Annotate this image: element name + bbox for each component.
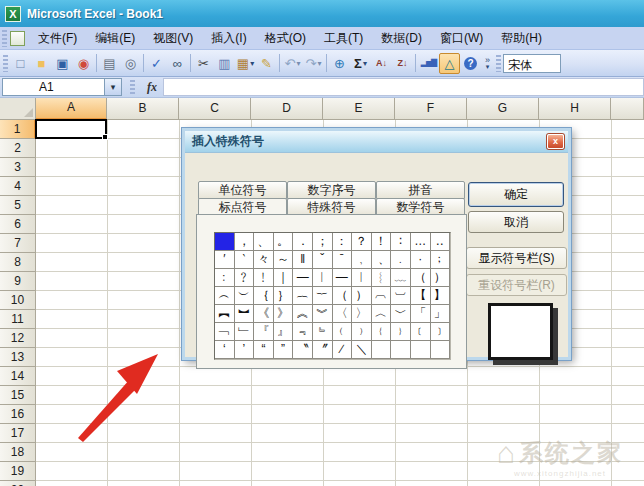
symbol-cell-r5c7[interactable]: ﹚ — [352, 323, 372, 341]
symbol-cell-r3c10[interactable]: 【 — [411, 287, 431, 305]
symbol-cell-r4c5[interactable]: ︾ — [313, 305, 333, 323]
tab-拼音[interactable]: 拼音 — [376, 181, 465, 199]
symbol-cell-r3c2[interactable]: ｛ — [254, 287, 274, 305]
menu-item-窗口(W)[interactable]: 窗口(W) — [431, 27, 492, 50]
symbol-cell-r5c1[interactable]: ﹂ — [235, 323, 255, 341]
ok-button[interactable]: 确定 — [468, 182, 564, 207]
cut-icon[interactable] — [193, 53, 214, 74]
cancel-button[interactable]: 取消 — [468, 211, 564, 233]
symbol-cell-r2c2[interactable]: ﹗ — [254, 269, 274, 287]
toolbar-grip-handle[interactable] — [3, 55, 8, 72]
symbol-cell-r6c8[interactable] — [372, 341, 392, 359]
symbol-cell-r6c5[interactable]: 〞 — [313, 341, 333, 359]
menu-item-工具(T)[interactable]: 工具(T) — [315, 27, 372, 50]
undo-icon[interactable] — [282, 53, 303, 74]
save-icon[interactable] — [52, 53, 73, 74]
open-icon[interactable] — [31, 53, 52, 74]
menu-item-插入(I)[interactable]: 插入(I) — [202, 27, 255, 50]
symbol-cell-r1c0[interactable]: ′ — [215, 251, 235, 269]
symbol-cell-r1c4[interactable]: ‖ — [293, 251, 313, 269]
symbol-cell-r4c4[interactable]: ︽ — [293, 305, 313, 323]
tab-数字序号[interactable]: 数字序号 — [287, 181, 376, 199]
symbol-cell-r0c11[interactable]: ‥ — [431, 233, 451, 251]
toolbar-options-chevron-icon[interactable] — [481, 53, 494, 74]
symbol-cell-r4c10[interactable]: 「 — [411, 305, 431, 323]
symbol-cell-r5c6[interactable]: ﹙ — [333, 323, 353, 341]
formula-bar-grip-handle[interactable] — [130, 80, 135, 95]
symbol-cell-r3c6[interactable]: （ — [333, 287, 353, 305]
name-box-dropdown-icon[interactable] — [105, 78, 122, 96]
sort-ascending-icon[interactable] — [371, 53, 392, 74]
row-header-20[interactable]: 20 — [0, 481, 36, 486]
symbol-cell-r2c0[interactable]: ﹕ — [215, 269, 235, 287]
symbol-cell-r0c9[interactable]: ∶ — [391, 233, 411, 251]
print-preview-icon[interactable] — [120, 53, 141, 74]
print-icon[interactable] — [99, 53, 120, 74]
row-header-3[interactable]: 3 — [0, 158, 36, 177]
symbol-cell-r6c1[interactable]: ’ — [235, 341, 255, 359]
chart-wizard-icon[interactable] — [418, 53, 439, 74]
menu-item-文件(F)[interactable]: 文件(F) — [29, 27, 86, 50]
symbol-cell-r5c10[interactable]: ﹝ — [411, 323, 431, 341]
menu-item-数据(D)[interactable]: 数据(D) — [372, 27, 431, 50]
column-header-D[interactable]: D — [251, 98, 323, 120]
symbol-cell-r1c11[interactable]: ﹔ — [431, 251, 451, 269]
new-document-icon[interactable] — [10, 53, 31, 74]
symbol-cell-r2c11[interactable]: ） — [431, 269, 451, 287]
column-header-C[interactable]: C — [179, 98, 251, 120]
symbol-cell-r3c11[interactable]: 】 — [431, 287, 451, 305]
symbol-cell-r5c4[interactable]: ﹃ — [293, 323, 313, 341]
formatting-toolbar-grip-handle[interactable] — [496, 55, 501, 72]
hyperlink-icon[interactable] — [329, 53, 350, 74]
row-header-18[interactable]: 18 — [0, 443, 36, 462]
symbol-cell-r3c9[interactable]: ︺ — [391, 287, 411, 305]
column-header-G[interactable]: G — [467, 98, 539, 120]
symbol-cell-r1c3[interactable]: ～ — [274, 251, 294, 269]
symbol-cell-r1c2[interactable]: 々 — [254, 251, 274, 269]
row-header-2[interactable]: 2 — [0, 139, 36, 158]
row-header-12[interactable]: 12 — [0, 329, 36, 348]
font-name-combobox[interactable]: 宋体 — [503, 54, 561, 73]
symbol-cell-r0c6[interactable]: ： — [333, 233, 353, 251]
redo-icon[interactable] — [303, 53, 324, 74]
symbol-cell-r4c3[interactable]: 》 — [274, 305, 294, 323]
row-header-14[interactable]: 14 — [0, 367, 36, 386]
select-all-corner[interactable] — [0, 98, 36, 120]
symbol-cell-r4c2[interactable]: 《 — [254, 305, 274, 323]
insert-function-button[interactable]: fx — [141, 80, 163, 95]
symbol-cell-r6c3[interactable]: ” — [274, 341, 294, 359]
row-header-4[interactable]: 4 — [0, 177, 36, 196]
copy-icon[interactable] — [214, 53, 235, 74]
symbol-cell-r2c9[interactable]: ﹏ — [391, 269, 411, 287]
column-header-B[interactable]: B — [107, 98, 179, 120]
symbol-cell-r5c2[interactable]: 『 — [254, 323, 274, 341]
symbol-cell-r0c4[interactable]: ． — [293, 233, 313, 251]
symbol-cell-r4c1[interactable]: ︼ — [235, 305, 255, 323]
row-header-15[interactable]: 15 — [0, 386, 36, 405]
spelling-icon[interactable] — [146, 53, 167, 74]
symbol-cell-r4c11[interactable]: 」 — [431, 305, 451, 323]
row-header-17[interactable]: 17 — [0, 424, 36, 443]
menubar-grip-handle[interactable] — [2, 30, 7, 47]
name-box[interactable]: A1 — [2, 78, 105, 96]
symbol-cell-r1c9[interactable]: ﹒ — [391, 251, 411, 269]
symbol-cell-r0c0[interactable] — [215, 233, 235, 251]
column-header-H[interactable]: H — [539, 98, 611, 120]
symbol-cell-r0c7[interactable]: ？ — [352, 233, 372, 251]
row-header-19[interactable]: 19 — [0, 462, 36, 481]
symbol-cell-r0c1[interactable]: ， — [235, 233, 255, 251]
symbol-cell-r1c5[interactable]: ˇ — [313, 251, 333, 269]
symbol-cell-r6c11[interactable] — [431, 341, 451, 359]
row-header-5[interactable]: 5 — [0, 196, 36, 215]
symbol-cell-r1c8[interactable]: ﹑ — [372, 251, 392, 269]
symbol-cell-r3c1[interactable]: ︶ — [235, 287, 255, 305]
menu-item-格式(O)[interactable]: 格式(O) — [256, 27, 315, 50]
symbol-cell-r3c5[interactable]: ︸ — [313, 287, 333, 305]
symbol-cell-r5c3[interactable]: 』 — [274, 323, 294, 341]
symbol-cell-r6c0[interactable]: ‘ — [215, 341, 235, 359]
column-header-F[interactable]: F — [395, 98, 467, 120]
research-icon[interactable] — [167, 53, 188, 74]
tab-单位符号[interactable]: 单位符号 — [198, 181, 287, 199]
column-header-E[interactable]: E — [323, 98, 395, 120]
symbol-cell-r2c8[interactable]: ︴ — [372, 269, 392, 287]
